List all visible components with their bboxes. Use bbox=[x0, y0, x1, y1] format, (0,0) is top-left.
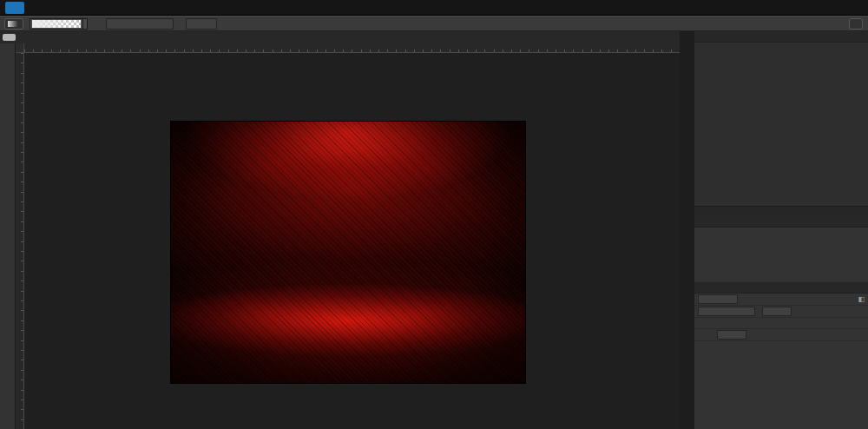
panel-dock: ◧ bbox=[694, 31, 868, 429]
tool-bar bbox=[0, 43, 16, 429]
collapsed-panel-dock bbox=[680, 31, 694, 429]
caret-down-icon bbox=[82, 19, 87, 29]
photoshop-window: ◧ bbox=[0, 0, 868, 429]
gradient-preview-bar bbox=[32, 20, 81, 28]
diagonal-texture-overlay bbox=[171, 122, 525, 383]
layer-blend-mode-select[interactable] bbox=[698, 307, 755, 316]
add-adjustment-label bbox=[694, 228, 868, 230]
layer-filter-row: ◧ bbox=[694, 294, 868, 306]
canvas-area bbox=[24, 53, 680, 429]
layer-filter-toggle[interactable]: ◧ bbox=[858, 295, 865, 303]
horizontal-ruler[interactable] bbox=[24, 43, 680, 53]
swatch-grid bbox=[694, 43, 868, 206]
layer-unify-row bbox=[694, 318, 868, 329]
workspace-switcher[interactable] bbox=[849, 18, 863, 30]
adjustments-panel bbox=[694, 216, 868, 282]
layer-filter-type-select[interactable] bbox=[698, 294, 738, 304]
ruler-ticks bbox=[21, 53, 23, 429]
layer-opacity-select[interactable] bbox=[762, 307, 792, 316]
tool-preset-picker[interactable] bbox=[4, 18, 23, 30]
blend-mode-select[interactable] bbox=[106, 18, 174, 30]
layers-panel: ◧ bbox=[694, 282, 868, 429]
layer-blend-row bbox=[694, 306, 868, 318]
layer-list bbox=[694, 341, 868, 429]
ps-logo-icon bbox=[5, 2, 24, 14]
ruler-ticks bbox=[24, 50, 680, 52]
ruler-corner bbox=[16, 43, 24, 53]
swatches-panel bbox=[694, 31, 868, 206]
vertical-ruler[interactable] bbox=[16, 53, 24, 429]
gradient-preview-picker[interactable] bbox=[30, 18, 88, 30]
opacity-select[interactable] bbox=[186, 18, 217, 30]
menu-bar bbox=[0, 0, 868, 16]
document-tab-bar bbox=[0, 31, 680, 43]
options-bar bbox=[0, 16, 868, 31]
layer-fill-select[interactable] bbox=[717, 330, 746, 340]
gradient-preset-icon bbox=[8, 21, 18, 27]
tab-bar-leading-icon[interactable] bbox=[3, 34, 16, 41]
panel-group-strip bbox=[694, 206, 868, 216]
layer-lock-row bbox=[694, 329, 868, 341]
document-canvas-image[interactable] bbox=[171, 122, 525, 383]
